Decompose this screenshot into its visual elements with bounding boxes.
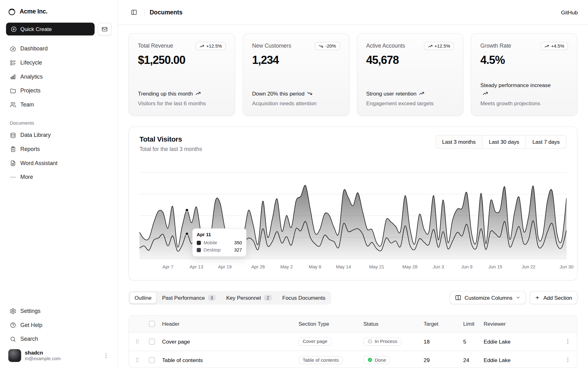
folder-icon <box>10 87 16 94</box>
trending-up-icon <box>193 91 201 96</box>
tooltip-date: Apr 11 <box>197 232 242 237</box>
brand[interactable]: Acme Inc. <box>6 4 111 20</box>
sidebar-item-dashboard[interactable]: Dashboard <box>6 42 111 55</box>
chart-title: Total Visitors <box>139 135 202 143</box>
total-visitors-card: Total Visitors Total for the last 3 mont… <box>129 127 577 280</box>
select-all-checkbox[interactable] <box>149 321 155 327</box>
trending-up-icon <box>544 44 549 49</box>
trending-down-icon <box>305 91 312 96</box>
mobile-series-swatch <box>197 241 201 245</box>
sidebar-item-analytics[interactable]: Analytics <box>6 70 111 83</box>
range-last-7-days[interactable]: Last 7 days <box>525 136 566 148</box>
sidebar-item-settings[interactable]: Settings <box>6 305 111 318</box>
github-link[interactable]: GitHub <box>561 9 578 15</box>
page-content: Total Revenue +12.5% $1,250.00 Trending … <box>118 25 588 368</box>
tab-outline[interactable]: Outline <box>130 292 157 303</box>
x-tick-label: Jun 3 <box>433 264 444 270</box>
chevron-down-icon <box>516 295 521 300</box>
sidebar-item-data-library[interactable]: Data Library <box>6 129 111 142</box>
search-icon <box>10 336 16 342</box>
footer-nav: Settings Get Help Search <box>6 305 111 345</box>
row-checkbox[interactable] <box>149 339 155 345</box>
sidebar-item-label: Search <box>20 336 38 342</box>
user-account[interactable]: shadcn m@example.com <box>6 345 111 362</box>
sidebar-item-label: Reports <box>20 146 40 152</box>
card-title: New Customers <box>252 42 291 49</box>
range-last-3-months[interactable]: Last 3 months <box>436 136 482 148</box>
limit-cell[interactable]: 5 <box>459 339 479 345</box>
check-circle-icon <box>368 357 373 362</box>
target-cell[interactable]: 18 <box>419 339 459 345</box>
trending-up-icon <box>480 91 488 96</box>
status-badge: In Process <box>363 337 402 346</box>
card-title: Growth Rate <box>480 42 511 49</box>
users-icon <box>10 101 16 108</box>
sidebar-item-projects[interactable]: Projects <box>6 84 111 97</box>
trending-up-icon <box>200 44 205 49</box>
add-section-button[interactable]: Add Section <box>530 291 577 304</box>
target-cell[interactable]: 29 <box>419 357 459 363</box>
trending-up-icon <box>417 91 424 96</box>
trending-down-icon <box>318 44 323 49</box>
inbox-mail-button[interactable] <box>98 23 112 35</box>
quick-create-button[interactable]: Quick Create <box>6 23 94 35</box>
sidebar-item-lifecycle[interactable]: Lifecycle <box>6 56 111 69</box>
reviewer-cell[interactable]: Eddie Lake <box>479 339 558 345</box>
sidebar-item-team[interactable]: Team <box>6 98 111 111</box>
column-target: Target <box>419 321 459 327</box>
row-checkbox[interactable] <box>149 357 155 363</box>
section-type-badge: Cover page <box>298 337 332 346</box>
card-title: Total Revenue <box>138 42 173 49</box>
sidebar-item-label: Get Help <box>20 322 42 328</box>
row-menu-dots-icon[interactable] <box>558 357 577 363</box>
limit-cell[interactable]: 24 <box>459 357 479 363</box>
trending-up-icon <box>428 44 433 49</box>
page-title: Documents <box>150 9 182 16</box>
sidebar-item-search[interactable]: Search <box>6 333 111 345</box>
sidebar-toggle-button[interactable] <box>128 7 139 18</box>
card-footer-desc: Meets growth projections <box>480 101 568 106</box>
row-menu-dots-icon[interactable] <box>558 338 577 345</box>
dots-icon <box>10 174 16 180</box>
chart-subtitle: Total for the last 3 months <box>139 146 202 152</box>
reviewer-cell[interactable]: Eddie Lake <box>479 357 558 363</box>
stat-card-active-accounts: Active Accounts +12.5% 45,678 Strong use… <box>357 33 464 116</box>
user-menu-dots-icon[interactable] <box>103 352 109 359</box>
chart-x-axis: Apr 7Apr 13Apr 19Apr 26May 2May 8May 14M… <box>139 262 566 271</box>
circle-plus-icon <box>11 26 17 32</box>
sidebar-item-word-assistant[interactable]: Word Assistant <box>6 157 111 169</box>
report-icon <box>10 146 16 152</box>
column-header: Header <box>158 321 294 327</box>
topbar: Documents GitHub <box>118 0 588 25</box>
tab-key-personnel[interactable]: Key Personnel2 <box>221 292 277 303</box>
tab-past-performance[interactable]: Past Performance3 <box>157 292 220 303</box>
sidebar-item-get-help[interactable]: Get Help <box>6 319 111 331</box>
x-tick-label: Jun 15 <box>489 264 502 270</box>
customize-columns-button[interactable]: Customize Columns <box>449 291 526 304</box>
range-last-30-days[interactable]: Last 30 days <box>482 136 525 148</box>
tooltip-row-mobile: Mobile 350 <box>197 240 242 245</box>
header-separator <box>144 9 145 15</box>
x-tick-label: May 14 <box>336 264 351 270</box>
chart-plot-area[interactable]: Apr 11 Mobile 350 Desktop 327 <box>139 161 566 261</box>
row-header-cell[interactable]: Table of contents <box>158 357 294 363</box>
avatar <box>8 349 21 362</box>
sidebar-item-more[interactable]: More <box>6 171 111 184</box>
tab-focus-documents[interactable]: Focus Documents <box>277 292 330 303</box>
quick-create-label: Quick Create <box>20 26 52 32</box>
x-tick-label: May 8 <box>309 264 321 270</box>
sidebar-item-label: Word Assistant <box>20 160 58 166</box>
table-row: Table of contents Table of contents Done… <box>129 351 577 368</box>
sidebar-item-label: Dashboard <box>20 46 48 52</box>
card-footer-desc: Visitors for the last 6 months <box>138 101 226 106</box>
row-header-cell[interactable]: Cover page <box>158 339 294 345</box>
sidebar-item-reports[interactable]: Reports <box>6 143 111 156</box>
columns-icon <box>455 294 461 301</box>
drag-handle-icon[interactable] <box>129 338 145 345</box>
sidebar: Acme Inc. Quick Create Dashboard <box>0 0 118 368</box>
trend-badge: -20% <box>315 42 340 50</box>
card-value: 4.5% <box>480 54 568 66</box>
drag-handle-icon[interactable] <box>129 357 145 363</box>
stat-card-growth-rate: Growth Rate +4.5% 4.5% Steady performanc… <box>471 33 578 116</box>
user-name: shadcn <box>25 350 61 356</box>
